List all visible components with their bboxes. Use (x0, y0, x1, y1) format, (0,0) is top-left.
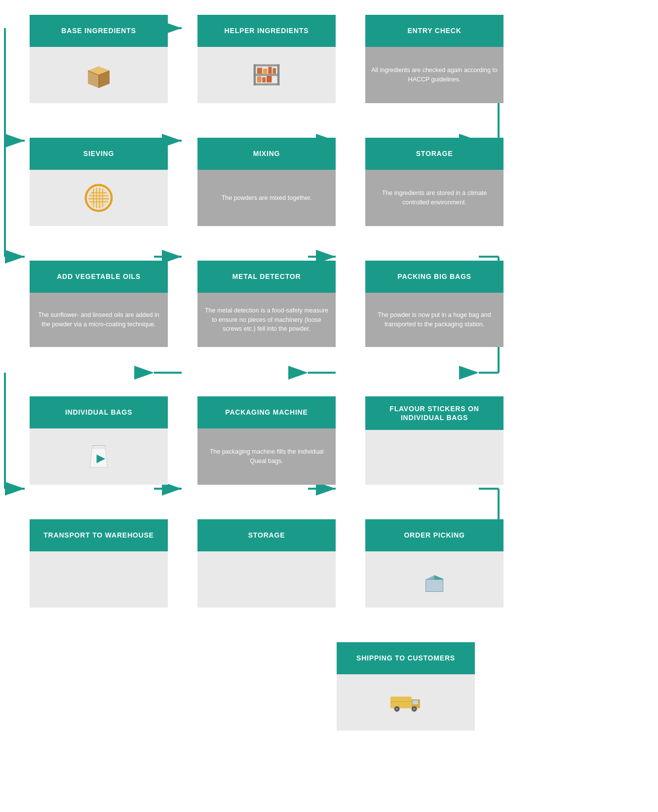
arrow-4-1 (168, 396, 197, 485)
sieve-icon (81, 181, 116, 215)
cell-body-storage-2 (197, 551, 336, 608)
arrow-1-1 (168, 15, 197, 103)
cell-header-storage-2: STORAGE (197, 519, 336, 551)
svg-rect-43 (257, 77, 262, 82)
svg-marker-64 (434, 575, 443, 580)
arrow-5-2 (336, 519, 365, 608)
process-row-1: BASE INGREDIENTS HELPER INGREDIENTS (30, 15, 628, 103)
cell-header-flavour-stickers: FLAVOUR STICKERS ON INDIVIDUAL BAGS (365, 396, 503, 430)
process-row-2: SIEVING (30, 138, 628, 226)
cell-body-order-picking (365, 551, 503, 608)
shelf-icon-box (203, 53, 330, 97)
arrow-1-2 (336, 15, 365, 103)
add-veg-oils-text: The sunflower- and linseed oils are adde… (36, 310, 162, 329)
package-open-icon (417, 562, 452, 597)
cell-body-shipping (337, 674, 475, 731)
cell-shipping: SHIPPING TO CUSTOMERS (337, 642, 475, 731)
cell-body-transport-warehouse (30, 551, 168, 608)
svg-rect-35 (254, 74, 280, 76)
cell-header-individual-bags: INDIVIDUAL BAGS (30, 396, 168, 428)
cell-header-sieving: SIEVING (30, 138, 168, 170)
entry-check-text: All ingredients are checked again accord… (371, 66, 498, 84)
mixing-text: The powders are mixed together. (222, 193, 312, 203)
cell-header-transport-warehouse: TRANSPORT TO WAREHOUSE (30, 519, 168, 551)
packaging-machine-text: The packaging machine fills the individu… (203, 447, 330, 466)
process-row-6: SHIPPING TO CUSTOMERS (30, 642, 628, 731)
cell-body-sieving (30, 170, 168, 226)
cell-header-add-veg-oils: ADD VEGETABLE OILS (30, 261, 168, 293)
cell-mixing: MIXING The powders are mixed together. (197, 138, 336, 226)
row-gap-2 (30, 251, 628, 261)
arrow-2-1 (168, 138, 197, 226)
process-row-3: ADD VEGETABLE OILS The sunflower- and li… (30, 261, 628, 347)
svg-rect-67 (413, 700, 418, 704)
cell-storage-2: STORAGE (197, 519, 336, 608)
arrow-4-2 (336, 396, 365, 485)
packing-big-bags-text: The powder is now put in a huge bag and … (371, 310, 498, 329)
cell-header-shipping: SHIPPING TO CUSTOMERS (337, 642, 475, 674)
svg-rect-45 (267, 76, 272, 82)
cell-body-individual-bags (30, 428, 168, 485)
cell-header-mixing: MIXING (197, 138, 336, 170)
shelf-icon (249, 58, 284, 92)
svg-rect-38 (277, 64, 279, 85)
cell-body-helper-ingredients (197, 47, 336, 103)
storage-1-text: The ingredients are stored in a climate … (371, 189, 498, 207)
svg-rect-42 (272, 68, 276, 74)
svg-rect-39 (257, 68, 263, 74)
cell-base-ingredients: BASE INGREDIENTS (30, 15, 168, 103)
truck-icon-box (343, 680, 469, 725)
cell-sieving: SIEVING (30, 138, 168, 226)
cell-body-packing-big-bags: The powder is now put in a huge bag and … (365, 293, 503, 347)
cell-body-entry-check: All ingredients are checked again accord… (365, 47, 503, 103)
process-row-4: INDIVIDUAL BAGS PACKAGI (30, 396, 628, 485)
row-gap-3 (30, 372, 628, 396)
svg-rect-41 (269, 67, 272, 74)
svg-point-69 (395, 708, 398, 710)
svg-rect-37 (254, 64, 256, 85)
cell-packaging-machine: PACKAGING MACHINE The packaging machine … (197, 396, 336, 485)
row-gap-5 (30, 632, 628, 642)
arrow-2-2 (336, 138, 365, 226)
cell-body-metal-detector: The metal detection is a food-safety mea… (197, 293, 336, 347)
svg-rect-40 (263, 69, 268, 74)
cell-flavour-stickers: FLAVOUR STICKERS ON INDIVIDUAL BAGS (365, 396, 503, 485)
cell-transport-warehouse: TRANSPORT TO WAREHOUSE (30, 519, 168, 608)
truck-icon (388, 685, 423, 720)
row-gap-1 (30, 128, 628, 138)
cell-body-base-ingredients (30, 47, 168, 103)
arrow-5-1 (168, 519, 197, 608)
svg-marker-60 (426, 580, 443, 592)
cell-helper-ingredients: HELPER INGREDIENTS (197, 15, 336, 103)
cell-header-storage-1: STORAGE (365, 138, 503, 170)
cell-add-veg-oils: ADD VEGETABLE OILS The sunflower- and li… (30, 261, 168, 347)
cell-body-flavour-stickers (365, 430, 503, 485)
process-row-5: TRANSPORT TO WAREHOUSE STORAGE ORDER PIC… (30, 519, 628, 608)
svg-marker-61 (426, 575, 435, 580)
cell-body-packaging-machine: The packaging machine fills the individu… (197, 428, 336, 485)
svg-rect-36 (254, 83, 280, 85)
base-ingredients-icon-box (36, 53, 162, 97)
arrow-3-1 (168, 261, 197, 347)
cell-body-storage-1: The ingredients are stored in a climate … (365, 170, 503, 226)
cell-header-packing-big-bags: PACKING BIG BAGS (365, 261, 503, 293)
cell-header-entry-check: ENTRY CHECK (365, 15, 503, 47)
cell-header-base-ingredients: BASE INGREDIENTS (30, 15, 168, 47)
cell-header-order-picking: ORDER PICKING (365, 519, 503, 551)
cell-header-metal-detector: METAL DETECTOR (197, 261, 336, 293)
bag-icon-box (36, 434, 162, 479)
svg-rect-34 (254, 64, 280, 66)
svg-point-47 (88, 188, 109, 208)
cell-packing-big-bags: PACKING BIG BAGS The powder is now put i… (365, 261, 503, 347)
flow-diagram: BASE INGREDIENTS HELPER INGREDIENTS (0, 0, 658, 755)
box-icon (81, 58, 116, 92)
cell-header-packaging-machine: PACKAGING MACHINE (197, 396, 336, 428)
cell-body-mixing: The powders are mixed together. (197, 170, 336, 226)
cell-metal-detector: METAL DETECTOR The metal detection is a … (197, 261, 336, 347)
metal-detector-text: The metal detection is a food-safety mea… (203, 306, 330, 334)
order-picking-icon-box (371, 557, 498, 602)
svg-rect-65 (390, 696, 412, 708)
svg-point-71 (413, 708, 415, 710)
cell-header-helper-ingredients: HELPER INGREDIENTS (197, 15, 336, 47)
arrow-3-2 (336, 261, 365, 347)
